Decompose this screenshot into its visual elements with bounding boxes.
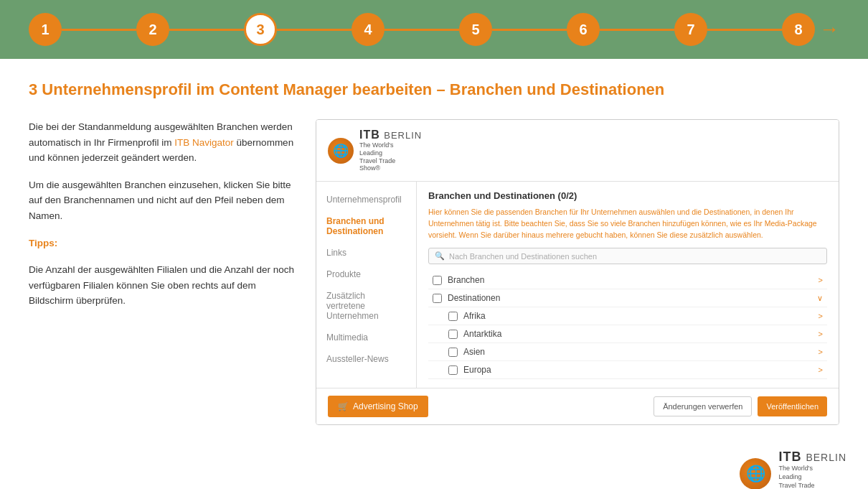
progress-step-2[interactable]: 2 (136, 13, 169, 46)
tree-item-4: Asien> (428, 343, 827, 361)
tree-item-5: Europa> (428, 361, 827, 379)
footer-right-buttons: Änderungen verwerfen Veröffentlichen (654, 396, 827, 416)
search-placeholder-text: Nach Branchen und Destinationen suchen (449, 252, 597, 261)
tree-chevron-4[interactable]: > (819, 348, 823, 356)
itb-navigator-link[interactable]: ITB Navigator (174, 137, 234, 148)
page-title: 3 Unternehmensprofil im Content Manager … (29, 80, 839, 99)
tree-checkbox-1[interactable] (433, 294, 442, 303)
tree-item-3: Antarktika> (428, 325, 827, 343)
tips-heading: Tipps: (29, 236, 294, 251)
advertising-shop-button[interactable]: 🛒 Advertising Shop (328, 396, 428, 417)
progress-step-8[interactable]: 8 (782, 13, 815, 46)
tree-label-3: Antarktika (463, 329, 814, 339)
tree-label-0: Branchen (448, 275, 814, 285)
panel-body: UnternehmensprofilBranchen und Destinati… (316, 182, 839, 388)
progress-step-7[interactable]: 7 (674, 13, 707, 46)
tree-checkbox-0[interactable] (433, 276, 442, 285)
progress-line-5 (492, 29, 567, 31)
tree-item-0: Branchen> (428, 271, 827, 289)
progress-line-7 (707, 29, 782, 31)
tree-label-5: Europa (463, 365, 814, 375)
itb-globe-icon: 🌐 (328, 138, 354, 164)
bottom-itb-text: ITB BERLIN The World's Leading Travel Tr… (778, 450, 846, 489)
progress-arrow: → (819, 18, 839, 41)
left-text-block: Die bei der Standanmeldung ausgewählten … (29, 119, 294, 320)
tree-chevron-2[interactable]: > (819, 312, 823, 320)
tree-chevron-1[interactable]: ∨ (817, 294, 823, 303)
tree-checkbox-4[interactable] (448, 348, 458, 357)
bottom-right-logo: 🌐 ITB BERLIN The World's Leading Travel … (0, 439, 868, 489)
progress-step-3[interactable]: 3 (244, 13, 277, 46)
progress-step-1[interactable]: 1 (29, 13, 62, 46)
bottom-globe-icon: 🌐 (740, 458, 771, 489)
tree-container: Branchen>Destinationen∨Afrika>Antarktika… (428, 271, 827, 379)
progress-bar: 12345678→ (0, 0, 868, 59)
progress-step-4[interactable]: 4 (352, 13, 385, 46)
cart-icon: 🛒 (338, 401, 349, 411)
tree-checkbox-2[interactable] (448, 312, 458, 321)
progress-step-6[interactable]: 6 (567, 13, 600, 46)
tree-checkbox-3[interactable] (448, 330, 458, 339)
paragraph-1: Die bei der Standanmeldung ausgewählten … (29, 119, 294, 166)
tree-chevron-0[interactable]: > (819, 276, 823, 284)
paragraph-2: Um die ausgewählten Branchen einzusehen,… (29, 177, 294, 224)
panel-right: Branchen und Destinationen (0/2) Hier kö… (417, 182, 839, 388)
bottom-itb-main: ITB BERLIN (778, 450, 846, 465)
tree-item-2: Afrika> (428, 307, 827, 325)
itb-main-label: ITB BERLIN (359, 129, 422, 141)
progress-line-6 (600, 29, 674, 31)
nav-item-0[interactable]: Unternehmensprofil (316, 189, 416, 210)
progress-line-3 (277, 29, 352, 31)
paragraph-3: Die Anzahl der ausgewählten Filialen und… (29, 262, 294, 309)
tree-item-1: Destinationen∨ (428, 289, 827, 307)
progress-track: 12345678→ (29, 13, 839, 46)
tree-label-4: Asien (463, 347, 814, 357)
nav-item-3[interactable]: Produkte (316, 264, 416, 285)
tree-chevron-5[interactable]: > (819, 365, 823, 374)
panel-header: 🌐 ITB BERLIN The World's Leading Travel … (316, 120, 839, 182)
search-box[interactable]: 🔍 Nach Branchen und Destinationen suchen (428, 248, 827, 264)
itb-logo: 🌐 ITB BERLIN The World's Leading Travel … (328, 129, 422, 172)
tree-checkbox-5[interactable] (448, 365, 458, 375)
tree-label-2: Afrika (463, 311, 814, 321)
nav-item-2[interactable]: Links (316, 242, 416, 264)
main-content: 3 Unternehmensprofil im Content Manager … (0, 59, 868, 439)
publish-button[interactable]: Veröffentlichen (758, 396, 827, 416)
panel-section-title: Branchen und Destinationen (0/2) (428, 190, 827, 201)
ui-panel: 🌐 ITB BERLIN The World's Leading Travel … (316, 119, 839, 425)
bottom-itb-sub: The World's Leading Travel Trade Show® (778, 465, 846, 489)
itb-text-block: ITB BERLIN The World's Leading Travel Tr… (359, 129, 422, 172)
nav-item-1[interactable]: Branchen und Destinationen (316, 210, 416, 242)
nav-item-6[interactable]: Aussteller-News (316, 348, 416, 370)
progress-line-4 (385, 29, 459, 31)
tree-chevron-3[interactable]: > (819, 330, 823, 338)
discard-button[interactable]: Änderungen verwerfen (654, 396, 752, 416)
search-icon: 🔍 (435, 251, 445, 261)
content-area: Die bei der Standanmeldung ausgewählten … (29, 119, 839, 425)
panel-footer: 🛒 Advertising Shop Änderungen verwerfen … (316, 388, 839, 424)
progress-line-1 (62, 29, 136, 31)
progress-step-5[interactable]: 5 (459, 13, 492, 46)
itb-sub-text: The World's Leading Travel Trade Show® (359, 141, 422, 172)
panel-description: Hier können Sie die passenden Branchen f… (428, 207, 827, 241)
progress-line-2 (169, 29, 244, 31)
nav-item-5[interactable]: Multimedia (316, 327, 416, 348)
panel-nav: UnternehmensprofilBranchen und Destinati… (316, 182, 417, 388)
nav-item-4[interactable]: Zusätzlich vertretene Unternehmen (316, 285, 416, 327)
tree-label-1: Destinationen (448, 293, 813, 303)
